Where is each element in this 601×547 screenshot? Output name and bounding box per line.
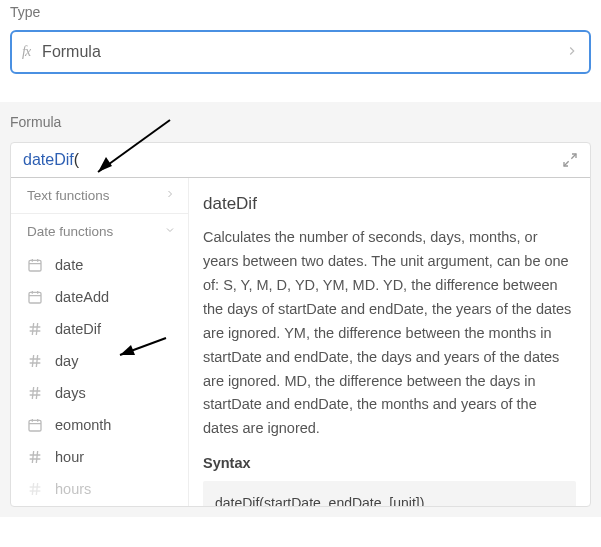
function-item-label: hour xyxy=(55,449,84,465)
group-label: Text functions xyxy=(27,188,110,203)
syntax-label: Syntax xyxy=(203,455,576,471)
function-item-label: eomonth xyxy=(55,417,111,433)
function-item-label: dateAdd xyxy=(55,289,109,305)
function-sidebar: Text functions Date functions datedateAd… xyxy=(11,178,189,506)
hash-icon xyxy=(27,481,43,497)
function-item-days[interactable]: days xyxy=(11,377,188,409)
hash-icon xyxy=(27,385,43,401)
function-item-label: days xyxy=(55,385,86,401)
chevron-right-icon xyxy=(565,42,579,63)
formula-fx-icon: fx xyxy=(22,44,30,60)
formula-input-function-name: dateDif xyxy=(23,151,74,168)
formula-editor: dateDif( Text functions xyxy=(10,142,591,507)
hash-icon xyxy=(27,321,43,337)
function-detail-title: dateDif xyxy=(203,194,576,214)
function-detail-panel: dateDif Calculates the number of seconds… xyxy=(189,178,590,506)
hash-icon xyxy=(27,353,43,369)
group-label: Date functions xyxy=(27,224,113,239)
svg-line-4 xyxy=(571,154,576,159)
function-detail-description: Calculates the number of seconds, days, … xyxy=(203,226,576,441)
function-item-label: hours xyxy=(55,481,91,497)
function-item-eomonth[interactable]: eomonth xyxy=(11,409,188,441)
group-header-date-functions[interactable]: Date functions xyxy=(11,214,188,249)
type-field-label: Type xyxy=(10,4,591,20)
function-item-dateDif[interactable]: dateDif xyxy=(11,313,188,345)
group-header-text-functions[interactable]: Text functions xyxy=(11,178,188,214)
formula-input-open-paren: ( xyxy=(74,151,79,168)
chevron-right-icon xyxy=(164,188,176,203)
calendar-icon xyxy=(27,417,43,433)
formula-input[interactable]: dateDif( xyxy=(23,151,562,169)
date-functions-list: datedateAdddateDifdaydayseomonthhourhour… xyxy=(11,249,188,505)
function-item-day[interactable]: day xyxy=(11,345,188,377)
function-item-date[interactable]: date xyxy=(11,249,188,281)
hash-icon xyxy=(27,449,43,465)
calendar-icon xyxy=(27,257,43,273)
type-selector[interactable]: fx Formula xyxy=(10,30,591,74)
function-item-label: day xyxy=(55,353,78,369)
chevron-down-icon xyxy=(164,224,176,239)
function-item-hour[interactable]: hour xyxy=(11,441,188,473)
function-item-label: date xyxy=(55,257,83,273)
function-item-hours[interactable]: hours xyxy=(11,473,188,505)
function-item-label: dateDif xyxy=(55,321,101,337)
expand-icon[interactable] xyxy=(562,152,578,168)
calendar-icon xyxy=(27,289,43,305)
function-item-dateAdd[interactable]: dateAdd xyxy=(11,281,188,313)
svg-line-5 xyxy=(564,161,569,166)
type-selector-value: Formula xyxy=(42,43,565,61)
formula-field-label: Formula xyxy=(10,114,591,130)
syntax-box: dateDif(startDate, endDate, [unit]) xyxy=(203,481,576,506)
